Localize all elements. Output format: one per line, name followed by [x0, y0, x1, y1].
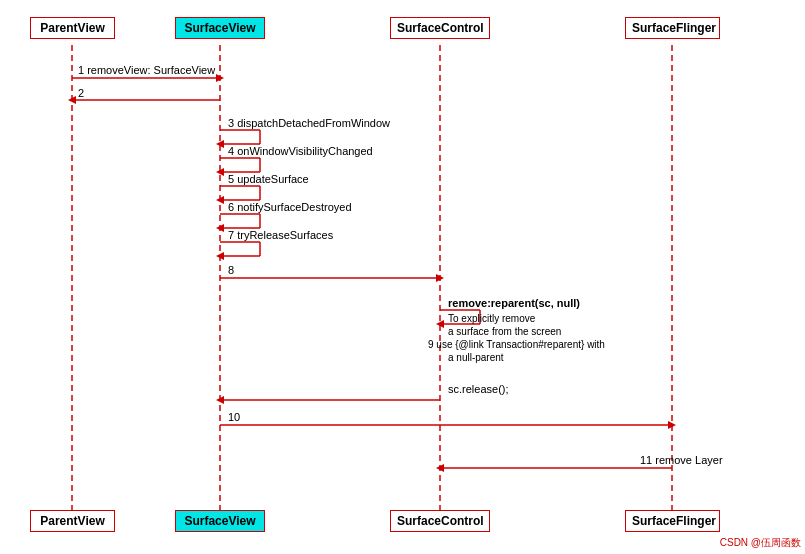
svg-text:3  dispatchDetachedFromWindow: 3 dispatchDetachedFromWindow — [228, 117, 390, 129]
svg-text:7  tryReleaseSurfaces: 7 tryReleaseSurfaces — [228, 229, 334, 241]
svg-text:6  notifySurfaceDestroyed: 6 notifySurfaceDestroyed — [228, 201, 352, 213]
svg-text:remove:reparent(sc, null): remove:reparent(sc, null) — [448, 297, 580, 309]
actor-surfaceview-top: SurfaceView — [175, 17, 265, 39]
svg-text:11  remove Layer: 11 remove Layer — [640, 454, 723, 466]
svg-text:4  onWindowVisibilityChanged: 4 onWindowVisibilityChanged — [228, 145, 373, 157]
svg-marker-49 — [216, 396, 224, 404]
svg-text:8: 8 — [228, 264, 234, 276]
svg-text:a surface from the screen: a surface from the screen — [448, 326, 561, 337]
svg-text:2: 2 — [78, 87, 84, 99]
svg-marker-13 — [216, 140, 224, 148]
svg-text:10: 10 — [228, 411, 240, 423]
svg-marker-8 — [68, 96, 76, 104]
actor-surfaceview-bottom: SurfaceView — [175, 510, 265, 532]
sequence-diagram-svg: 1 removeView: SurfaceView 2 3 dispatchDe… — [0, 0, 805, 554]
svg-text:5  updateSurface: 5 updateSurface — [228, 173, 309, 185]
actor-parentview-top: ParentView — [30, 17, 115, 39]
diagram-container: 1 removeView: SurfaceView 2 3 dispatchDe… — [0, 0, 805, 554]
actor-parentview-bottom: ParentView — [30, 510, 115, 532]
actor-surfacecontrol-bottom: SurfaceControl — [390, 510, 490, 532]
svg-marker-5 — [216, 74, 224, 82]
svg-marker-54 — [436, 464, 444, 472]
svg-marker-28 — [216, 224, 224, 232]
actor-surfaceflinger-top: SurfaceFlinger — [625, 17, 720, 39]
watermark: CSDN @伍周函数 — [720, 536, 801, 550]
svg-text:To explicitly remove: To explicitly remove — [448, 313, 536, 324]
svg-marker-18 — [216, 168, 224, 176]
actor-surfacecontrol-top: SurfaceControl — [390, 17, 490, 39]
svg-text:1  removeView: SurfaceView: 1 removeView: SurfaceView — [78, 64, 215, 76]
svg-marker-51 — [668, 421, 676, 429]
svg-text:a null-parent: a null-parent — [448, 352, 504, 363]
svg-marker-23 — [216, 196, 224, 204]
actor-surfaceflinger-bottom: SurfaceFlinger — [625, 510, 720, 532]
svg-text:9  use {@link Transaction#repa: 9 use {@link Transaction#reparent} with — [428, 339, 605, 350]
svg-text:sc.release();: sc.release(); — [448, 383, 509, 395]
svg-marker-41 — [436, 320, 444, 328]
svg-marker-36 — [436, 274, 444, 282]
svg-marker-33 — [216, 252, 224, 260]
